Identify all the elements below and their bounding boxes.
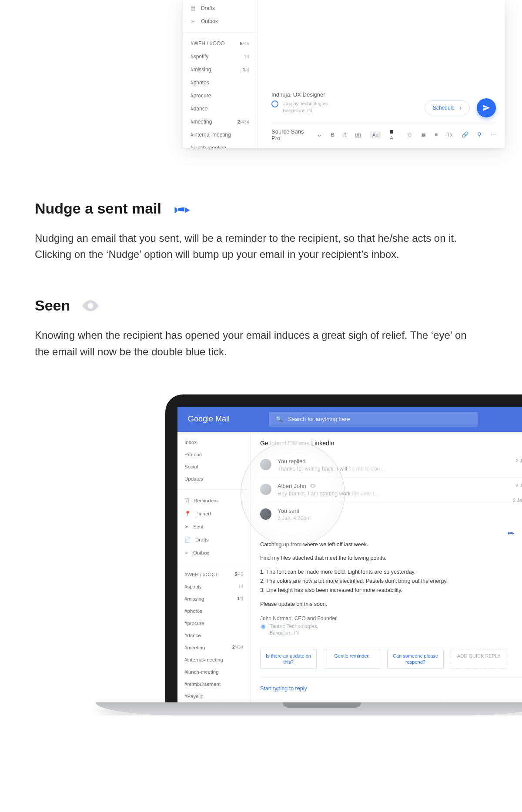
thread-item[interactable]: You replied Thanks for writing back. I w… — [260, 453, 522, 478]
underline-button[interactable]: un — [355, 131, 361, 138]
nudge-action-icon[interactable] — [508, 530, 515, 536]
sidebar-tag[interactable]: #spotify14 — [177, 581, 250, 593]
quick-replies: Is there an update on this? Gentle remin… — [260, 649, 522, 669]
thread-time: 2 Jan, 7:04 am — [515, 458, 522, 472]
attach-button[interactable]: ⚲ — [477, 131, 482, 138]
sidebar-tag[interactable]: #lunch-meeting — [183, 141, 257, 148]
sidebar-tag[interactable]: #Payslip — [177, 690, 250, 702]
sidebar-tag[interactable]: #photos — [177, 605, 250, 617]
sidebar-item[interactable]: ➤Sent — [177, 520, 250, 533]
nudge-icon — [174, 202, 191, 216]
company-logo-icon — [271, 100, 278, 107]
sidebar-tag[interactable]: #missing1/4 — [177, 593, 250, 605]
signature-name: Indhuja, UX Designer — [271, 91, 328, 98]
seen-eye-icon — [310, 484, 316, 488]
text-color-button[interactable]: A — [390, 128, 398, 141]
sidebar-tag[interactable]: #internal-meeting — [177, 654, 250, 666]
nudge-description: Nudging an email that you sent, will be … — [35, 230, 483, 262]
signature-company: Juspay Technologies — [283, 101, 328, 106]
sidebar-tag[interactable]: #dance — [177, 629, 250, 642]
sidebar-tag[interactable]: #missing1/4 — [183, 63, 257, 76]
compose-screenshot-top: ▤Drafts ➢Outbox #WFH / #OOO5/45#spotify1… — [183, 0, 505, 148]
sidebar-folder-drafts[interactable]: ▤Drafts — [183, 2, 257, 15]
thread-item-sent: You sent 3 Jan, 4:30pm — [260, 502, 522, 526]
search-input[interactable]: 🔍 Search for anything here — [269, 412, 478, 427]
chevron-right-icon: › — [460, 105, 462, 111]
sidebar-item[interactable]: Updates — [177, 473, 250, 485]
quick-reply-button[interactable]: Can someone please respond? — [387, 649, 444, 669]
sidebar-item[interactable]: Inbox — [177, 436, 250, 448]
sidebar-item[interactable]: Promos — [177, 448, 250, 461]
send-button[interactable] — [477, 98, 496, 117]
divider — [183, 32, 257, 33]
sidebar-item[interactable]: Social — [177, 461, 250, 473]
clear-format-button[interactable]: Tx — [447, 131, 453, 138]
thread-sender: You sent — [278, 508, 311, 514]
sidebar-folder-outbox[interactable]: ➢Outbox — [183, 15, 257, 28]
signature-name: John Norman, CEO and Founder — [260, 615, 522, 622]
reply-row: Start typing to reply ↩ ↩↩ — [260, 678, 522, 692]
compose-main: Indhuja, UX Designer Juspay Technologies… — [258, 0, 505, 148]
seen-heading: Seen — [35, 297, 70, 314]
schedule-button[interactable]: Schedule › — [425, 100, 470, 115]
sidebar-tag[interactable]: #photos — [183, 76, 257, 89]
laptop-notch — [283, 702, 361, 708]
outbox-icon: ➢ — [191, 18, 197, 24]
case-button[interactable]: Aa — [370, 131, 381, 138]
quick-reply-button[interactable]: Is there an update on this? — [260, 649, 317, 669]
thread-actions — [260, 530, 522, 536]
add-quick-reply-button[interactable]: ADD QUICK REPLY — [451, 649, 507, 669]
email-body: Catching up from where we left off last … — [260, 541, 522, 608]
send-icon — [482, 104, 490, 112]
reply-input[interactable]: Start typing to reply — [260, 685, 307, 692]
file-icon: ▤ — [191, 5, 197, 11]
search-icon: 🔍 — [276, 416, 283, 422]
app-header: Google Mail 🔍 Search for anything here — [177, 407, 522, 432]
link-button[interactable]: 🔗 — [462, 131, 468, 138]
sidebar-item[interactable]: 📍Pinned — [177, 507, 250, 520]
laptop-base — [96, 702, 522, 715]
signature: Indhuja, UX Designer Juspay Technologies… — [271, 91, 328, 114]
compose-sidebar: ▤Drafts ➢Outbox #WFH / #OOO5/45#spotify1… — [183, 0, 258, 148]
laptop-mockup: Google Mail 🔍 Search for anything here I… — [165, 394, 522, 715]
numbered-list-button[interactable]: ≡ — [435, 131, 438, 138]
sidebar-tag[interactable]: #procure — [177, 617, 250, 629]
chevron-down-icon: ⌄ — [317, 131, 322, 138]
sidebar-tag[interactable]: #WFH / #OOO5/45 — [183, 37, 257, 50]
sidebar-tag[interactable]: #reimbursement — [177, 678, 250, 690]
thread-sender: Albert John — [278, 483, 380, 489]
sidebar-tag[interactable]: #procure — [183, 89, 257, 102]
avatar — [260, 459, 271, 470]
sidebar-tag[interactable]: #internal-meeting — [183, 128, 257, 141]
sidebar-tag[interactable]: #lunch-meeting — [177, 666, 250, 678]
quick-reply-button[interactable]: Gentle reminder. — [324, 649, 380, 669]
sent-meta: 3 Jan, 4:30pm — [278, 515, 311, 521]
thread-preview: Hey thanks. I am starting work file over… — [278, 491, 380, 497]
sidebar-tag[interactable]: #WFH / #OOO5/45 — [177, 568, 250, 581]
app-logo: Google Mail — [188, 414, 230, 424]
italic-button[interactable]: it — [343, 131, 346, 138]
emoji-button[interactable]: ☺ — [407, 131, 412, 138]
signature: John Norman, CEO and Founder Tantric Tec… — [260, 615, 522, 637]
seen-description: Knowing when the recipient has opened yo… — [35, 327, 483, 359]
sidebar-item[interactable]: ☑Reminders — [177, 494, 250, 507]
nudge-heading: Nudge a sent mail — [35, 200, 161, 217]
sidebar-tag[interactable]: #dance — [183, 102, 257, 115]
avatar — [260, 508, 271, 520]
sidebar-tag[interactable]: #spotify14 — [183, 50, 257, 63]
signature-location: Bangalore, IN — [270, 630, 522, 637]
bullet-list-button[interactable]: ≣ — [421, 131, 426, 138]
sidebar-tag[interactable]: #meeting2/434 — [183, 115, 257, 128]
app-sidebar: InboxPromosSocialUpdates ☑Reminders📍Pinn… — [177, 432, 251, 702]
signature-location: Bangalore, IN — [283, 107, 328, 114]
font-select[interactable]: Source Sans Pro ⌄ — [271, 128, 322, 141]
thread-preview: Thanks for writing back. I will ed me to… — [278, 466, 385, 472]
thread-item[interactable]: Albert John Hey thanks. I am starting wo… — [260, 478, 522, 502]
sidebar-item[interactable]: 📄Drafts — [177, 533, 250, 546]
bold-button[interactable]: B — [331, 131, 335, 138]
more-button[interactable]: ⋯ — [490, 131, 496, 138]
sidebar-item[interactable]: ➢Outbox — [177, 546, 250, 559]
thread-pane: GeJohn. How was LinkedIn You replied Tha… — [251, 432, 522, 702]
sidebar-tag[interactable]: #meeting2/434 — [177, 642, 250, 654]
eye-icon — [82, 300, 99, 311]
